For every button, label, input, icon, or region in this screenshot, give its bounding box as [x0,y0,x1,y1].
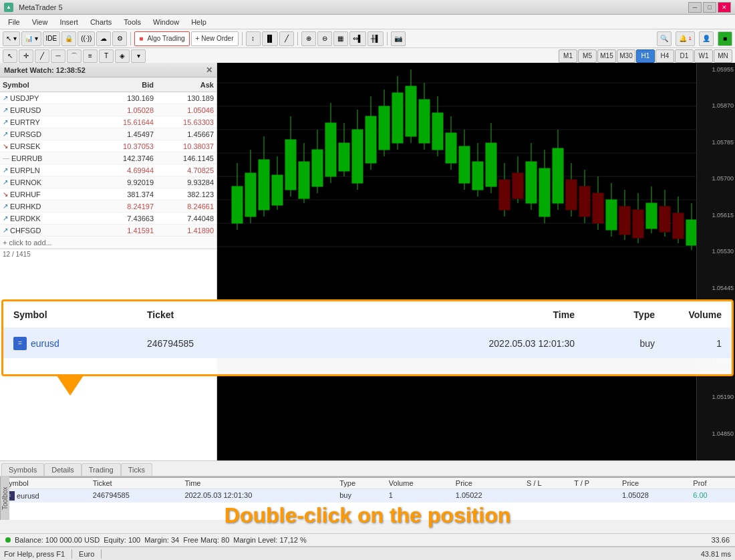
svg-rect-81 [579,186,590,217]
position-data-row[interactable]: = eurusd 246794585 2022.05.03 12:01:30 b… [3,328,732,358]
tab-details[interactable]: Details [44,463,82,476]
price-label-4: 1.05615 [698,212,734,219]
toolbar-ide[interactable]: IDE [43,31,61,46]
tf-m15[interactable]: M15 [597,49,616,63]
market-row-usdjpy[interactable]: ↗ USDJPY 130.169 130.189 [0,92,216,104]
market-watch-close-btn[interactable]: ✕ [206,65,212,75]
market-row-eurrub[interactable]: — EURRUB 142.3746 146.1145 [0,152,216,164]
toolbar-camera[interactable]: 📷 [391,31,406,46]
bid-cell: 1.45497 [94,130,154,138]
toolbar-grid[interactable]: ▦ [333,31,348,46]
toolbar-zoom-in[interactable]: ⊕ [301,31,316,46]
draw-cursor[interactable]: ↖ [3,49,17,63]
market-row-eurhkd[interactable]: ↗ EURHKD 8.24197 8.24661 [0,200,216,213]
td-price-open: 1.05022 [452,489,523,503]
tf-m1[interactable]: M1 [559,49,577,63]
tf-m30[interactable]: M30 [617,49,635,63]
menu-charts[interactable]: Charts [85,17,117,27]
svg-rect-58 [272,175,283,205]
draw-line[interactable]: ╱ [35,49,49,63]
market-row-eurusd[interactable]: ↗ EURUSD 1.05028 1.05046 [0,104,216,116]
market-row-eurpln[interactable]: ↗ EURPLN 4.69944 4.70825 [0,164,216,176]
add-symbol-row[interactable]: + click to add... [0,237,216,249]
svg-rect-66 [379,106,390,150]
tf-h1[interactable]: H1 [636,49,655,63]
toolbar-arrow[interactable]: ↖ ▾ [3,31,20,46]
draw-channels[interactable]: ≡ [83,49,98,63]
maximize-btn[interactable]: □ [703,2,716,13]
menu-view[interactable]: View [27,17,53,27]
toolbar-chart-type[interactable]: 📊 ▾ [21,31,41,46]
help-middle: Euro [79,550,94,558]
trade-col-volume: Volume [385,478,452,489]
toolbar-cloud[interactable]: ☁ [96,31,111,46]
toolbar-settings[interactable]: ⚙ [112,31,127,46]
toolbar-zoom-out[interactable]: ⊖ [317,31,332,46]
tab-ticks[interactable]: Ticks [121,463,152,476]
app-title: MetaTrader 5 [19,3,63,11]
toolbar-account[interactable]: 👤 [699,31,714,46]
symbol-name: EURDKK [10,215,41,223]
toolbar-autoscale[interactable]: ⇔▌ [349,31,366,46]
market-row-eursek[interactable]: ↘ EURSEK 10.37053 10.38037 [0,140,216,152]
direction-arrow: ↗ [3,178,8,186]
draw-curve[interactable]: ⌒ [67,49,82,63]
draw-text[interactable]: T [99,49,114,63]
market-row-eurtry[interactable]: ↗ EURTRY 15.61644 15.63303 [0,116,216,128]
trade-col-ticket: Ticket [89,478,181,489]
toolbar-radio[interactable]: ((·)) [78,31,95,46]
svg-rect-64 [352,130,363,183]
callout-arrow [57,376,84,396]
tf-mn[interactable]: MN [714,49,732,63]
svg-rect-80 [566,180,577,210]
market-row-eurhuf[interactable]: ↘ EURHUF 381.374 382.123 [0,188,216,200]
menu-file[interactable]: File [3,17,25,27]
trade-table: Symbol Ticket Time Type Volume Price S /… [0,478,735,503]
price-label-6: 1.05445 [698,285,734,291]
chart-area[interactable]: 1.05955 1.05870 1.05785 1.05700 1.05615 … [217,63,735,476]
menu-tools[interactable]: Tools [118,17,146,27]
market-row-chfsgd[interactable]: ↗ CHFSGD 1.41591 1.41890 [0,225,216,237]
toolbar-line-chart[interactable]: ╱ [279,31,294,46]
tab-symbols[interactable]: Symbols [1,463,44,476]
tf-m5[interactable]: M5 [578,49,597,63]
toolbar-lock[interactable]: 🔒 [61,31,76,46]
chart-svg [217,63,735,476]
menu-insert[interactable]: Insert [54,17,84,27]
menu-window[interactable]: Window [148,17,184,27]
help-bar: For Help, press F1 Euro 43.81 ms [0,547,735,560]
trade-col-symbol: Symbol [0,478,89,489]
toolbar-separator-4 [387,32,388,45]
svg-rect-76 [512,173,523,198]
toolbar-search[interactable]: 🔍 [657,31,672,46]
tab-trading[interactable]: Trading [82,463,121,476]
algo-trading-btn[interactable]: ■ Algo Trading [134,31,189,46]
close-btn[interactable]: ✕ [718,2,731,13]
tf-h4[interactable]: H4 [655,49,674,63]
draw-hline[interactable]: ─ [51,49,65,63]
menu-help[interactable]: Help [186,17,212,27]
toolbar-bar-chart[interactable]: ▐▌ [262,31,278,46]
trade-panel: Symbol Ticket Time Type Volume Price S /… [0,476,735,520]
td-type: buy [335,489,385,503]
trade-row[interactable]: = eurusd 246794585 2022.05.03 12:01:30 b… [0,489,735,503]
tf-d1[interactable]: D1 [675,49,694,63]
trade-col-prof: Prof [689,478,735,489]
toolbar-notification[interactable]: 🔔1 [676,31,695,46]
draw-shapes[interactable]: ◈ [115,49,130,63]
market-row-eurnok[interactable]: ↗ EURNOK 9.92019 9.93284 [0,176,216,188]
minimize-btn[interactable]: ─ [688,2,702,13]
market-row-eursgd[interactable]: ↗ EURSGD 1.45497 1.45667 [0,128,216,140]
pos-time-cell: 2022.05.03 12:01:30 [247,338,575,349]
toolbar-period-sep[interactable]: ╫▌ [368,31,384,46]
draw-crosshair[interactable]: ✛ [19,49,33,63]
price-label-5: 1.05530 [698,248,734,255]
draw-more[interactable]: ▾ [131,49,146,63]
symbol-name: EURPLN [10,166,40,174]
market-row-eurdkk[interactable]: ↗ EURDKK 7.43663 7.44048 [0,213,216,225]
svg-rect-83 [606,200,617,230]
tf-w1[interactable]: W1 [694,49,713,63]
new-order-btn[interactable]: + New Order [191,31,239,46]
position-highlight: Symbol Ticket Time Type Volume = eurusd … [1,299,734,376]
toolbar-price-up[interactable]: ↕ [246,31,261,46]
